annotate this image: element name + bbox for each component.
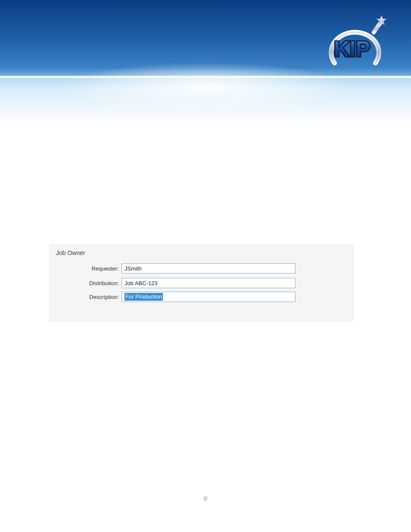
distribution-label: Distribution:: [77, 280, 119, 286]
description-row: Description: For Production: [77, 292, 296, 302]
requester-label: Requester:: [77, 265, 119, 272]
group-title: Job Owner: [56, 249, 85, 256]
footer-copyright: ©: [0, 496, 411, 502]
requester-row: Requester:: [77, 263, 296, 274]
distribution-input[interactable]: [121, 278, 296, 288]
requester-input[interactable]: [121, 263, 296, 274]
header-banner: KIP KIP: [0, 0, 411, 123]
description-input[interactable]: For Production: [121, 292, 296, 302]
distribution-row: Distribution:: [77, 278, 296, 288]
svg-text:KIP: KIP: [334, 37, 370, 61]
description-selected-text: For Production: [125, 293, 163, 301]
kip-logo: KIP KIP: [321, 12, 389, 77]
job-owner-panel: Job Owner Requester: Distribution: Descr…: [50, 245, 354, 321]
description-label: Description:: [77, 294, 119, 300]
